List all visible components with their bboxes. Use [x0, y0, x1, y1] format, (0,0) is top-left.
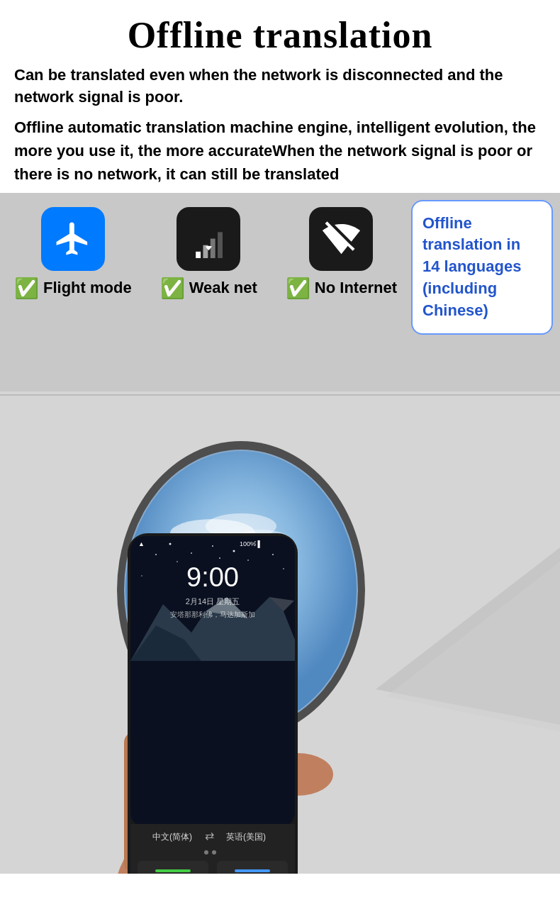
flight-mode-check: ✅ [14, 277, 39, 300]
weak-net-check: ✅ [160, 277, 185, 300]
svg-rect-51 [203, 245, 208, 258]
no-internet-label: No Internet [315, 279, 397, 297]
icons-row: ✅ Flight mode ✅ [0, 193, 411, 300]
svg-text:9:00: 9:00 [186, 562, 239, 592]
callout-box: Offline translation in 14 languages (inc… [411, 200, 553, 335]
svg-text:100% ▌: 100% ▌ [240, 540, 262, 548]
svg-point-19 [169, 542, 172, 545]
svg-point-29 [283, 568, 284, 569]
weak-net-label-row: ✅ Weak net [160, 277, 257, 300]
weak-net-item: ✅ Weak net [160, 207, 257, 300]
page-title: Offline translation [7, 14, 553, 56]
svg-point-25 [177, 561, 178, 562]
no-internet-check: ✅ [286, 277, 310, 300]
no-internet-item: ✅ No Internet [286, 207, 397, 300]
page-wrapper: Offline translation Can be translated ev… [0, 0, 560, 874]
flight-mode-label: Flight mode [43, 279, 132, 297]
svg-point-18 [155, 554, 157, 555]
svg-rect-53 [218, 232, 223, 258]
no-internet-label-row: ✅ No Internet [286, 277, 397, 300]
svg-text:安塔那那利佛，马达加斯加: 安塔那那利佛，马达加斯加 [170, 611, 255, 618]
weak-net-label: Weak net [189, 279, 257, 297]
svg-point-43 [204, 850, 208, 855]
svg-rect-52 [211, 239, 215, 259]
svg-text:英语(美国): 英语(美国) [226, 832, 266, 842]
svg-point-26 [219, 557, 220, 559]
flight-mode-icon-box [41, 207, 105, 271]
flight-mode-item: ✅ Flight mode [14, 207, 132, 300]
subtitle-text: Can be translated even when the network … [7, 65, 553, 108]
svg-point-27 [247, 560, 249, 561]
svg-text:2月14日 星期五: 2月14日 星期五 [186, 597, 240, 606]
svg-point-24 [272, 554, 274, 555]
no-internet-icon-box [309, 207, 373, 271]
svg-point-28 [141, 575, 142, 577]
description-text: Offline automatic translation machine en… [7, 116, 553, 186]
svg-rect-48 [235, 869, 270, 872]
svg-text:▲: ▲ [138, 540, 145, 547]
svg-point-22 [233, 550, 235, 552]
svg-text:中文(简体): 中文(简体) [152, 832, 192, 842]
svg-rect-50 [196, 252, 201, 258]
svg-point-44 [212, 850, 216, 855]
svg-rect-47 [155, 869, 191, 872]
svg-point-20 [191, 552, 192, 554]
header-section: Offline translation Can be translated ev… [0, 0, 560, 193]
svg-text:⇄: ⇄ [205, 830, 214, 842]
weak-net-icon-box [177, 207, 240, 271]
main-content-area: 9:00 2月14日 星期五 安塔那那利佛，马达加斯加 ▲ 100% ▌ 中文(… [0, 193, 560, 874]
flight-mode-label-row: ✅ Flight mode [14, 277, 132, 300]
svg-point-21 [212, 545, 213, 547]
callout-text: Offline translation in 14 languages (inc… [422, 214, 521, 319]
